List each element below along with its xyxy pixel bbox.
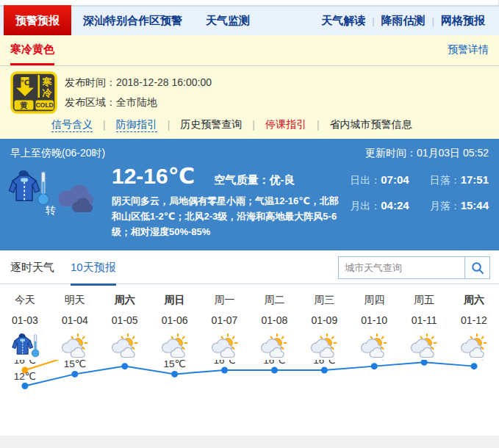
nav-link-2[interactable]: 网格预报: [434, 14, 492, 28]
warning-meta: 发布时间：2018-12-28 16:00:00 发布区域：全市陆地: [65, 73, 212, 112]
warning-link-4[interactable]: 省内城市预警信息: [330, 118, 412, 131]
nav-tab-2[interactable]: 天气监测: [194, 7, 262, 35]
data-point: [221, 367, 228, 374]
data-label: 16℃: [14, 360, 36, 366]
day-date: 01-05: [100, 307, 150, 326]
city-search-input[interactable]: [338, 256, 464, 279]
turn-label: 转: [46, 204, 56, 217]
day-name: 周四: [349, 284, 399, 307]
forecast-tab-1[interactable]: 10天预报: [71, 261, 116, 286]
data-label: 17℃: [363, 360, 385, 362]
warning-link-3[interactable]: 停课指引: [265, 118, 306, 131]
day-date: 01-08: [249, 307, 299, 326]
forecast-day-01-06[interactable]: 周日01-06: [150, 284, 200, 360]
data-point: [271, 367, 278, 374]
warning-link-separator: |: [242, 119, 265, 131]
temperature-line-chart: 16℃20℃23℃21℃20℃22℃20℃23℃24℃23℃12℃15℃17℃1…: [0, 360, 499, 433]
forecast-day-01-03[interactable]: 今天01-03: [0, 284, 50, 360]
update-time: 更新时间：01月03日 05:52: [365, 147, 489, 160]
day-name: 周六: [100, 284, 150, 307]
air-quality-label: 空气质量：: [215, 173, 270, 186]
warning-link-2[interactable]: 历史预警查询: [180, 118, 242, 131]
warning-body: ℃ 寒 冷 黄 COLD 发布时间：2018-12-28 16:00:00 发布…: [0, 66, 499, 112]
forecast-tabs: 逐时天气10天预报: [0, 261, 116, 273]
sun-moon-label: 日出：: [350, 174, 381, 186]
forecast-day-01-07[interactable]: 周一01-07: [200, 284, 250, 360]
day-date: 01-04: [50, 307, 100, 326]
nav-tab-0[interactable]: 预警预报: [4, 5, 71, 35]
partly-cloudy-glyph: [259, 333, 289, 359]
forecast-day-01-08[interactable]: 周二01-08: [249, 284, 299, 360]
cold-warning-badge: ℃ 寒 冷 黄 COLD: [10, 71, 57, 114]
day-name: 周日: [150, 284, 200, 307]
warning-link-1[interactable]: 防御指引: [116, 118, 157, 132]
cold-clothing-icon: [7, 197, 49, 209]
forecast-days-row: 今天01-03 明天01-04 周六01-05 周日01-06 周一01-07 …: [0, 284, 499, 360]
forecast-day-01-09[interactable]: 周三01-09: [299, 284, 349, 360]
sun-moon-label: 月出：: [350, 200, 381, 212]
data-label: 16℃: [213, 360, 235, 366]
forecast-day-01-11[interactable]: 周五01-11: [399, 284, 449, 360]
cold-clothing-icon: [0, 326, 50, 360]
forecast-day-01-05[interactable]: 周六01-05: [100, 284, 150, 360]
forecast-day-01-10[interactable]: 周四01-10: [349, 284, 399, 360]
air-quality-value: 优-良: [270, 173, 295, 186]
warning-links-row: 信号含义|防御指引|历史预警查询|停课指引|省内城市预警信息: [0, 115, 499, 134]
svg-text:冷: 冷: [43, 87, 53, 98]
partly-cloudy-icon: [299, 326, 349, 360]
partly-cloudy-glyph: [110, 333, 140, 359]
day-date: 01-09: [299, 307, 349, 326]
sun-moon-item-3: 月落：15:44: [430, 199, 489, 213]
update-time-label: 更新时间：: [365, 147, 417, 159]
data-label: 17℃: [114, 360, 136, 362]
day-name: 周三: [299, 284, 349, 307]
partly-cloudy-glyph: [210, 333, 240, 359]
warning-link-separator: |: [93, 119, 116, 131]
top-nav: 预警预报深汕特别合作区预警天气监测 天气解读|降雨估测|网格预报: [0, 5, 499, 35]
cloud-glyph: [54, 182, 100, 214]
day-date: 01-03: [0, 307, 50, 326]
nav-tab-1[interactable]: 深汕特别合作区预警: [71, 7, 194, 35]
cloudy-icon: [54, 182, 100, 217]
current-weather-icons: 转: [7, 169, 109, 228]
svg-text:COLD: COLD: [36, 101, 54, 109]
warning-tab-row: 寒冷黄色 预警详情: [0, 35, 499, 66]
forecast-tab-0[interactable]: 逐时天气: [10, 261, 54, 283]
day-name: 周六: [449, 284, 499, 307]
data-label: 17℃: [463, 360, 485, 362]
publish-time-label: 发布时间：: [65, 76, 116, 88]
sun-moon-value: 07:04: [381, 173, 409, 186]
day-date: 01-11: [399, 307, 449, 326]
partly-cloudy-icon: [249, 326, 299, 360]
forecast-day-01-04[interactable]: 明天01-04: [50, 284, 100, 360]
partly-cloudy-icon: [399, 326, 449, 360]
nav-right-links: 天气解读|降雨估测|网格预报: [315, 7, 499, 35]
nav-link-0[interactable]: 天气解读: [315, 14, 372, 28]
sun-moon-value: 04:24: [381, 199, 409, 212]
day-date: 01-10: [349, 307, 399, 326]
day-name: 明天: [50, 284, 100, 307]
day-date: 01-07: [200, 307, 250, 326]
publish-area-value: 全市陆地: [116, 96, 157, 108]
sun-moon-value: 17:51: [461, 173, 489, 186]
day-name: 今天: [0, 284, 50, 307]
cold-clothing-glyph: [11, 333, 39, 358]
nav-link-1[interactable]: 降雨估测: [375, 14, 432, 28]
data-point: [171, 371, 178, 377]
forecast-day-01-12[interactable]: 周六01-12: [449, 284, 499, 360]
search-button[interactable]: [464, 256, 490, 279]
partly-cloudy-icon: [349, 326, 399, 360]
data-point: [471, 363, 478, 369]
warning-type-tab[interactable]: 寒冷黄色: [10, 43, 54, 65]
warning-detail-link[interactable]: 预警详情: [448, 43, 489, 57]
sun-moon-times: 日出：07:04日落：17:51月出：04:24月落：15:44: [350, 173, 489, 213]
data-point: [21, 383, 28, 389]
partly-cloudy-glyph: [60, 333, 90, 359]
partly-cloudy-glyph: [160, 333, 190, 359]
partly-cloudy-glyph: [309, 333, 339, 359]
data-label: 12℃: [14, 371, 36, 382]
partly-cloudy-glyph: [459, 333, 489, 359]
warning-link-0[interactable]: 信号含义: [51, 118, 93, 132]
partly-cloudy-glyph: [359, 333, 389, 359]
day-date: 01-06: [150, 307, 200, 326]
